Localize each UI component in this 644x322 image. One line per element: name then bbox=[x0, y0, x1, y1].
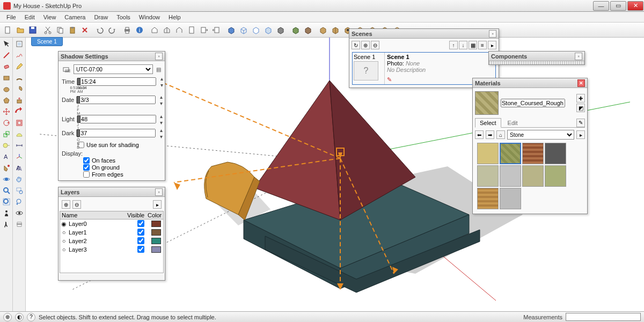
scene-detail-icon[interactable]: ≡ bbox=[478, 41, 487, 49]
dark-slider[interactable] bbox=[76, 130, 77, 136]
panel-collapse-icon[interactable]: ▫ bbox=[575, 53, 582, 60]
tab-select[interactable]: Select bbox=[475, 118, 501, 128]
pushpull-tool-icon[interactable] bbox=[13, 95, 25, 106]
group-icon[interactable] bbox=[173, 24, 185, 36]
move-tool-icon[interactable] bbox=[1, 106, 12, 117]
date-input[interactable] bbox=[79, 96, 156, 104]
create-material-icon[interactable]: ✚ bbox=[576, 94, 585, 103]
position-camera-icon[interactable] bbox=[1, 208, 12, 218]
materials-panel[interactable]: Materials ✕ ✚ ◩ Select Edit ✎ ⬅ ➡ ⌂ Ston… bbox=[472, 78, 588, 214]
axes-tool-icon[interactable] bbox=[13, 151, 25, 162]
material-swatch[interactable] bbox=[545, 165, 566, 187]
walk-tool-icon[interactable] bbox=[1, 219, 12, 230]
paste-icon[interactable] bbox=[67, 24, 78, 36]
copy-icon[interactable] bbox=[54, 24, 66, 36]
scene-up-icon[interactable]: ↑ bbox=[449, 41, 458, 49]
previous-view-icon[interactable] bbox=[13, 196, 25, 207]
scene-tab[interactable]: Scene 1 bbox=[31, 37, 63, 46]
make-component-icon[interactable] bbox=[13, 39, 25, 49]
on-ground-checkbox[interactable] bbox=[83, 164, 90, 171]
material-swatch[interactable] bbox=[477, 188, 499, 209]
credits-icon[interactable]: ◐ bbox=[15, 313, 24, 321]
scene-view-icon[interactable]: ▦ bbox=[469, 41, 477, 49]
polygon-tool-icon[interactable] bbox=[1, 95, 12, 106]
menu-window[interactable]: Window bbox=[135, 13, 164, 21]
rectangle-tool-icon[interactable] bbox=[1, 72, 12, 83]
material-menu-icon[interactable]: ▸ bbox=[576, 130, 585, 139]
zoom-tool-icon[interactable] bbox=[1, 185, 12, 196]
date-slider[interactable]: J F M A M J J A S O N D bbox=[76, 97, 77, 103]
tape-tool-icon[interactable] bbox=[1, 140, 12, 151]
export-icon[interactable] bbox=[198, 24, 210, 36]
material-swatch[interactable] bbox=[545, 143, 566, 164]
box2-icon[interactable] bbox=[330, 24, 341, 36]
materials-panel-header[interactable]: Materials ✕ bbox=[473, 78, 587, 88]
orbit-tool-icon[interactable] bbox=[1, 174, 12, 185]
menu-draw[interactable]: Draw bbox=[90, 13, 112, 21]
time-slider[interactable]: 06:34 AM Noon 6:51 PM bbox=[77, 78, 78, 85]
panel-close-icon[interactable]: ✕ bbox=[577, 79, 585, 87]
scene-down-icon[interactable]: ↓ bbox=[459, 41, 467, 49]
layer-visible-checkbox[interactable] bbox=[137, 229, 144, 236]
menu-camera[interactable]: Camera bbox=[60, 13, 90, 21]
delete-icon[interactable] bbox=[79, 24, 91, 36]
material-name-input[interactable] bbox=[501, 99, 565, 107]
scene-menu-icon[interactable]: ▸ bbox=[488, 41, 496, 49]
layer-row[interactable]: ○Layer2 bbox=[60, 237, 163, 245]
shadow-toggle-icon[interactable] bbox=[62, 64, 71, 74]
components-panel-header[interactable]: Components ▫ bbox=[489, 52, 584, 61]
texture2-icon[interactable] bbox=[302, 24, 314, 36]
panel-collapse-icon[interactable]: ▫ bbox=[489, 30, 496, 38]
layer-row[interactable]: ◉Layer0 bbox=[60, 219, 163, 228]
eyedropper-icon[interactable]: ✎ bbox=[576, 119, 585, 127]
shadow-settings-panel[interactable]: Shadow Settings ▫ UTC-07:00 ▤ Time 06:34… bbox=[58, 51, 165, 181]
minimize-button[interactable]: — bbox=[593, 1, 609, 11]
pencil-tool-icon[interactable] bbox=[13, 61, 25, 72]
material-swatch[interactable] bbox=[477, 143, 499, 164]
home-icon[interactable]: ⌂ bbox=[496, 130, 505, 139]
scene-remove-icon[interactable]: ⊖ bbox=[371, 41, 379, 49]
zoom-window-icon[interactable] bbox=[13, 185, 25, 196]
light-input[interactable] bbox=[80, 115, 156, 123]
light-up-icon[interactable]: ▴ bbox=[158, 113, 165, 119]
scene-thumbnail[interactable]: ? bbox=[354, 61, 378, 80]
tab-edit[interactable]: Edit bbox=[503, 119, 522, 127]
shadow-menu-icon[interactable]: ▤ bbox=[155, 66, 162, 72]
light-slider[interactable] bbox=[77, 116, 78, 122]
maximize-button[interactable]: ▭ bbox=[610, 1, 626, 11]
undo-icon[interactable] bbox=[94, 24, 106, 36]
material-category-select[interactable]: Stone bbox=[507, 130, 574, 140]
import-icon[interactable] bbox=[210, 24, 222, 36]
remove-layer-icon[interactable]: ⊖ bbox=[72, 200, 81, 209]
pan-tool-icon[interactable] bbox=[13, 174, 25, 185]
menu-edit[interactable]: Edit bbox=[20, 13, 39, 21]
open-file-icon[interactable] bbox=[14, 24, 26, 36]
layer-visible-checkbox[interactable] bbox=[137, 220, 144, 227]
paint-tool-icon[interactable] bbox=[1, 163, 12, 173]
model-icon[interactable] bbox=[149, 24, 160, 36]
arc-tool-icon[interactable] bbox=[13, 72, 25, 83]
material-swatch[interactable] bbox=[500, 188, 521, 209]
protractor-tool-icon[interactable] bbox=[13, 129, 25, 140]
style-mono-icon[interactable] bbox=[275, 24, 287, 36]
offset-tool-icon[interactable] bbox=[13, 118, 25, 128]
freehand-tool-icon[interactable] bbox=[13, 50, 25, 61]
timezone-select[interactable]: UTC-07:00 bbox=[74, 64, 153, 74]
dark-input[interactable] bbox=[79, 129, 156, 137]
measurements-input[interactable] bbox=[566, 313, 641, 321]
print-icon[interactable] bbox=[121, 24, 133, 36]
circle-tool-icon[interactable] bbox=[1, 84, 12, 94]
scene-update-icon[interactable]: ↻ bbox=[352, 41, 360, 49]
dark-down-icon[interactable]: ▾ bbox=[158, 133, 164, 140]
cut-icon[interactable] bbox=[42, 24, 54, 36]
panel-collapse-icon[interactable]: ▫ bbox=[155, 53, 163, 60]
zoom-extents-icon[interactable] bbox=[1, 196, 12, 207]
date-down-icon[interactable]: ▾ bbox=[158, 100, 164, 106]
layer-color-swatch[interactable] bbox=[151, 229, 161, 236]
layers-panel[interactable]: Layers ▫ ⊕ ⊖ ▸ Name Visible Color ◉Layer… bbox=[58, 187, 165, 281]
info-icon[interactable]: i bbox=[134, 24, 145, 36]
menu-help[interactable]: Help bbox=[164, 13, 185, 21]
menu-view[interactable]: View bbox=[39, 13, 61, 21]
close-button[interactable]: ✕ bbox=[627, 1, 643, 11]
material-swatch[interactable] bbox=[500, 143, 521, 164]
